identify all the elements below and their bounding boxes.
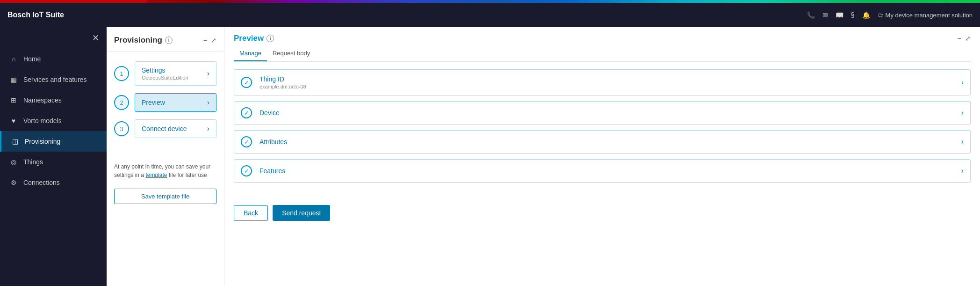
sidebar-item-vorto[interactable]: ♥ Vorto models (0, 110, 107, 131)
device-check-icon: ✓ (241, 107, 252, 118)
attributes-arrow: › (961, 138, 964, 146)
preview-panel-controls: − ⤢ (958, 35, 971, 42)
step-row-2: 2 Preview › (114, 93, 216, 112)
folder-icon: 🗂 (878, 12, 884, 19)
provisioning-panel: Provisioning i − ⤢ 1 Settings (107, 27, 224, 286)
thing-id-title: Thing ID (259, 75, 961, 83)
dollar-icon[interactable]: § (851, 11, 855, 19)
provisioning-minimize-button[interactable]: − (203, 37, 207, 44)
step-card-settings-content: Settings OctopusSuiteEdition (142, 66, 188, 81)
sidebar-item-home-label: Home (23, 55, 41, 63)
main-layout: ✕ ⌂ Home ▦ Services and features ⊞ Names… (0, 27, 980, 286)
provisioning-icon: ◫ (11, 138, 19, 145)
sidebar-item-namespaces[interactable]: ⊞ Namespaces (0, 90, 107, 110)
thing-item-device[interactable]: ✓ Device › (234, 101, 971, 125)
step-card-settings[interactable]: Settings OctopusSuiteEdition › (135, 61, 216, 86)
thing-id-subtitle: example.dm:octo-08 (259, 84, 961, 89)
step-circle-1: 1 (114, 66, 129, 81)
step-card-connect-arrow: › (207, 125, 209, 133)
sidebar-item-services[interactable]: ▦ Services and features (0, 69, 107, 90)
preview-info-icon[interactable]: i (267, 35, 274, 42)
step-circle-3: 3 (114, 121, 129, 136)
preview-panel-title-group: Preview i (234, 34, 274, 43)
bell-icon[interactable]: 🔔 (862, 11, 870, 19)
thing-id-content: Thing ID example.dm:octo-08 (259, 75, 961, 89)
send-request-button[interactable]: Send request (273, 205, 330, 221)
step-row-1: 1 Settings OctopusSuiteEdition › (114, 61, 216, 86)
tab-manage[interactable]: Manage (234, 45, 267, 61)
device-arrow: › (961, 109, 964, 117)
sidebar-item-connections[interactable]: ⚙ Connections (0, 172, 107, 193)
tab-request-body[interactable]: Request body (267, 45, 316, 61)
save-template-button[interactable]: Save template file (114, 189, 216, 204)
namespaces-icon: ⊞ (9, 96, 18, 104)
sidebar-item-connections-label: Connections (23, 179, 60, 186)
step-circle-2: 2 (114, 95, 129, 110)
home-icon: ⌂ (9, 55, 18, 63)
thing-item-features[interactable]: ✓ Features › (234, 159, 971, 183)
app-header: Bosch IoT Suite 📞 ✉ 📖 § 🔔 🗂 My device ma… (0, 3, 980, 27)
sidebar-item-things-label: Things (23, 158, 43, 166)
features-title: Features (259, 167, 961, 175)
sidebar-item-namespaces-label: Namespaces (23, 96, 62, 104)
provisioning-panel-title: Provisioning i (114, 36, 173, 45)
preview-tabs: Manage Request body (224, 43, 980, 61)
step-row-3: 3 Connect device › (114, 119, 216, 138)
connections-icon: ⚙ (9, 179, 18, 186)
attributes-check-icon: ✓ (241, 136, 252, 147)
preview-expand-button[interactable]: ⤢ (965, 35, 971, 42)
features-check-icon: ✓ (241, 165, 252, 176)
features-arrow: › (961, 167, 964, 175)
thing-item-thing-id[interactable]: ✓ Thing ID example.dm:octo-08 › (234, 69, 971, 95)
sidebar-item-home[interactable]: ⌂ Home (0, 49, 107, 69)
app-title-text: Bosch IoT Suite (7, 11, 64, 19)
back-button[interactable]: Back (234, 205, 268, 221)
things-icon: ◎ (9, 158, 18, 166)
step-card-preview-content: Preview (142, 99, 165, 106)
sidebar: ✕ ⌂ Home ▦ Services and features ⊞ Names… (0, 27, 107, 286)
sidebar-close-button[interactable]: ✕ (0, 27, 107, 49)
step-card-settings-subtitle: OctopusSuiteEdition (142, 75, 188, 81)
template-note: At any point in time, you can save your … (107, 157, 224, 185)
features-content: Features (259, 167, 961, 175)
solution-label: 🗂 My device management solution (878, 12, 973, 19)
preview-footer: Back Send request (224, 198, 980, 228)
app-title: Bosch IoT Suite (7, 11, 64, 19)
preview-minimize-button[interactable]: − (958, 35, 961, 42)
steps-container: 1 Settings OctopusSuiteEdition › 2 (107, 52, 224, 155)
step-card-settings-arrow: › (207, 69, 209, 78)
step-card-settings-title: Settings (142, 66, 188, 74)
attributes-title: Attributes (259, 138, 961, 146)
device-title: Device (259, 109, 961, 117)
device-content: Device (259, 109, 961, 117)
sidebar-item-things[interactable]: ◎ Things (0, 152, 107, 172)
step-card-preview-title: Preview (142, 99, 165, 106)
provisioning-panel-controls: − ⤢ (203, 37, 216, 44)
sidebar-item-provisioning-label: Provisioning (25, 138, 60, 145)
step-card-connect-content: Connect device (142, 125, 187, 132)
thing-id-arrow: › (961, 78, 964, 87)
thing-item-attributes[interactable]: ✓ Attributes › (234, 130, 971, 154)
sidebar-item-vorto-label: Vorto models (23, 117, 62, 125)
header-icons: 📞 ✉ 📖 § 🔔 🗂 My device management solutio… (807, 11, 973, 19)
content-area: Provisioning i − ⤢ 1 Settings (107, 27, 980, 286)
sidebar-item-provisioning[interactable]: ◫ Provisioning (0, 131, 107, 152)
preview-panel-header: Preview i − ⤢ (224, 27, 980, 43)
services-icon: ▦ (9, 76, 18, 83)
attributes-content: Attributes (259, 138, 961, 146)
book-icon[interactable]: 📖 (836, 11, 843, 19)
preview-content: ✓ Thing ID example.dm:octo-08 › ✓ Device… (224, 62, 980, 196)
step-card-preview[interactable]: Preview › (135, 93, 216, 112)
provisioning-expand-button[interactable]: ⤢ (211, 37, 216, 44)
mail-icon[interactable]: ✉ (822, 11, 828, 19)
phone-icon[interactable]: 📞 (807, 11, 815, 19)
provisioning-panel-header: Provisioning i − ⤢ (107, 27, 224, 52)
step-card-connect-title: Connect device (142, 125, 187, 132)
sidebar-item-services-label: Services and features (23, 76, 86, 83)
step-card-preview-arrow: › (207, 98, 209, 107)
step-card-connect[interactable]: Connect device › (135, 119, 216, 138)
thing-id-check-icon: ✓ (241, 77, 252, 88)
template-link[interactable]: template (145, 172, 167, 178)
provisioning-info-icon[interactable]: i (165, 37, 173, 44)
preview-panel-title: Preview i (234, 34, 274, 43)
